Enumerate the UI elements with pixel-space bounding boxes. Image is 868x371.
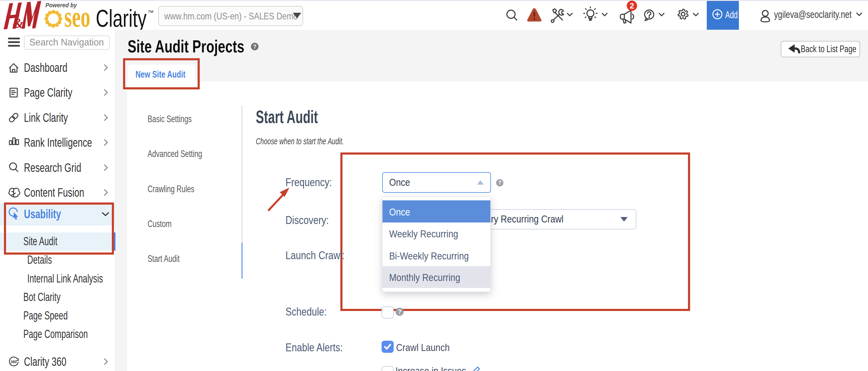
svg-text:™: ™ <box>148 9 154 16</box>
svg-text:2: 2 <box>630 1 634 10</box>
svg-text:360: 360 <box>10 360 17 364</box>
svg-text:seo: seo <box>64 0 90 33</box>
svg-text:Clarity: Clarity <box>96 4 147 32</box>
